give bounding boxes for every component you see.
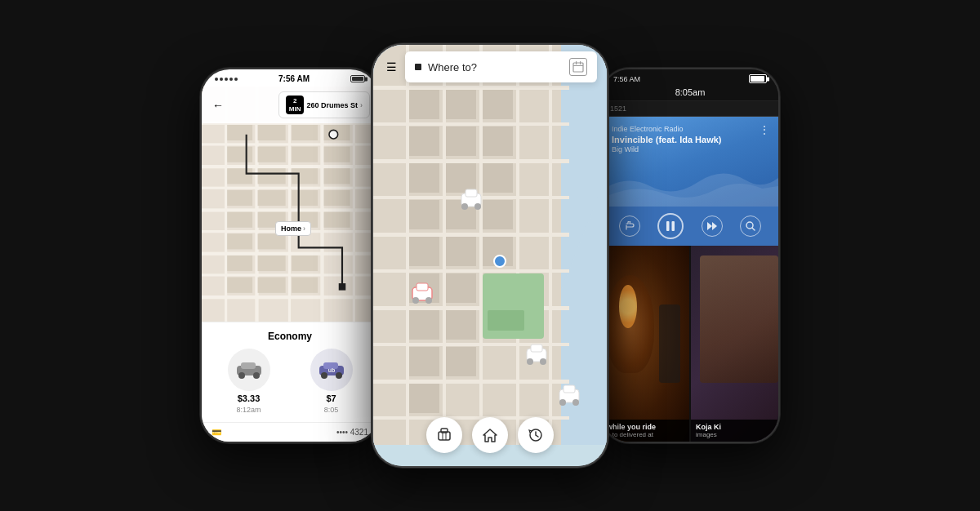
address-arrow: ›: [360, 101, 363, 109]
svg-line-128: [752, 228, 755, 230]
home-pin-arrow: ›: [303, 224, 305, 233]
svg-rect-61: [373, 233, 569, 237]
search-music-icon: [746, 221, 755, 231]
svg-rect-89: [409, 310, 439, 340]
search-music-btn[interactable]: [740, 216, 761, 237]
svg-rect-58: [373, 122, 569, 126]
back-button[interactable]: ←: [210, 97, 226, 113]
map-center: [373, 45, 607, 466]
svg-rect-23: [227, 168, 252, 184]
svg-rect-46: [241, 362, 256, 369]
music-genre: Indie Electronic Radio: [612, 125, 768, 133]
card-label: •••• 4321: [336, 428, 368, 437]
phone-center: ☰ Where to?: [372, 43, 608, 468]
time-economy: 8:12am: [236, 406, 261, 414]
svg-point-104: [425, 297, 432, 304]
ride-option-uber[interactable]: ub $7 8:05: [292, 349, 370, 414]
time-display-right: 8:05am: [602, 85, 778, 101]
min-badge: 2 MIN: [286, 96, 305, 114]
luggage-nav-btn[interactable]: [426, 417, 462, 453]
svg-point-43: [329, 130, 338, 139]
svg-rect-27: [227, 190, 252, 206]
pause-icon: [666, 220, 675, 232]
svg-rect-90: [446, 310, 476, 340]
search-bar[interactable]: Where to?: [405, 51, 597, 82]
music-artist: Big Wild: [612, 145, 768, 153]
wave-svg: [602, 166, 778, 207]
svg-rect-26: [324, 168, 350, 184]
calendar-icon[interactable]: [569, 58, 587, 76]
svg-rect-73: [446, 90, 476, 119]
phones-container: 7:56 AM: [0, 0, 980, 511]
svg-rect-102: [416, 283, 428, 291]
home-nav-btn[interactable]: [472, 417, 508, 453]
svg-rect-76: [446, 127, 476, 156]
center-map-svg: [373, 45, 607, 445]
dot4: [229, 78, 233, 81]
svg-rect-68: [443, 45, 446, 445]
ride-options: $3.33 8:12am ub: [210, 349, 370, 414]
address-chip[interactable]: 2 MIN 260 Drumes St ›: [278, 91, 370, 118]
status-bar-left: 7:56 AM: [202, 69, 378, 87]
svg-rect-74: [483, 90, 513, 119]
car-circle-uber: ub: [310, 349, 353, 391]
bottom-nav-center: [426, 417, 554, 453]
price-economy: $3.33: [238, 393, 261, 403]
svg-rect-34: [324, 212, 350, 228]
svg-point-100: [474, 203, 481, 210]
second-card-img: [700, 256, 778, 383]
svg-point-103: [412, 297, 419, 304]
address-text: 260 Drumes St: [306, 101, 358, 109]
svg-rect-41: [258, 278, 286, 293]
price-uber: $7: [326, 393, 336, 403]
music-title: Invincible (feat. Ida Hawk): [612, 135, 768, 144]
car-circle-economy: [228, 349, 270, 391]
skip-icon: [706, 221, 718, 231]
history-icon: [528, 427, 544, 443]
svg-rect-36: [258, 233, 286, 249]
svg-rect-24: [258, 168, 286, 184]
svg-rect-83: [483, 200, 513, 229]
luggage-icon: [436, 427, 452, 443]
food-card[interactable]: while you ride ...to delivered at: [602, 246, 689, 442]
music-card: ⋮ Indie Electronic Radio Invincible (fea…: [602, 117, 778, 207]
home-icon: [482, 427, 498, 443]
svg-marker-121: [483, 429, 497, 442]
like-btn[interactable]: [619, 216, 640, 237]
svg-rect-80: [483, 163, 513, 193]
second-content-card[interactable]: Koja Ki images: [691, 246, 778, 442]
notification-bar: 1521: [602, 101, 778, 117]
svg-rect-30: [324, 190, 350, 206]
history-nav-btn[interactable]: [518, 417, 554, 453]
svg-rect-75: [409, 127, 439, 156]
content-grid: while you ride ...to delivered at Koja K…: [602, 246, 778, 442]
ride-option-economy[interactable]: $3.33 8:12am: [210, 349, 287, 414]
skip-btn[interactable]: [702, 216, 723, 237]
like-icon: [625, 221, 635, 231]
svg-rect-39: [292, 256, 318, 271]
svg-rect-25: [292, 168, 318, 184]
svg-rect-69: [479, 45, 483, 445]
svg-rect-78: [409, 163, 439, 193]
bottom-bar-left: 💳 •••• 4321: [202, 422, 378, 442]
search-dot-icon: [415, 64, 421, 70]
svg-point-112: [572, 399, 579, 406]
svg-rect-110: [564, 385, 575, 393]
remote-visual: [659, 304, 681, 383]
map-area-left: ← 2 MIN 260 Drumes St › Home ›: [202, 87, 378, 322]
music-info: Indie Electronic Radio Invincible (feat.…: [612, 125, 768, 153]
home-pin-label: Home: [281, 224, 301, 233]
dot5: [234, 78, 238, 81]
economy-title: Economy: [210, 331, 370, 342]
second-card-label: Koja Ki images: [691, 420, 778, 442]
right-phone-content: 8:05am 1521 ⋮ Indie Electronic Radio Inv: [602, 85, 778, 442]
svg-rect-20: [258, 147, 286, 162]
hamburger-button[interactable]: ☰: [383, 58, 400, 76]
home-pin[interactable]: Home ›: [275, 221, 311, 236]
svg-rect-95: [488, 310, 524, 331]
svg-rect-115: [576, 61, 577, 64]
pause-btn[interactable]: [657, 213, 684, 239]
time-left: 7:56 AM: [278, 74, 310, 83]
card-icon: 💳: [212, 428, 221, 437]
svg-point-108: [540, 358, 546, 365]
